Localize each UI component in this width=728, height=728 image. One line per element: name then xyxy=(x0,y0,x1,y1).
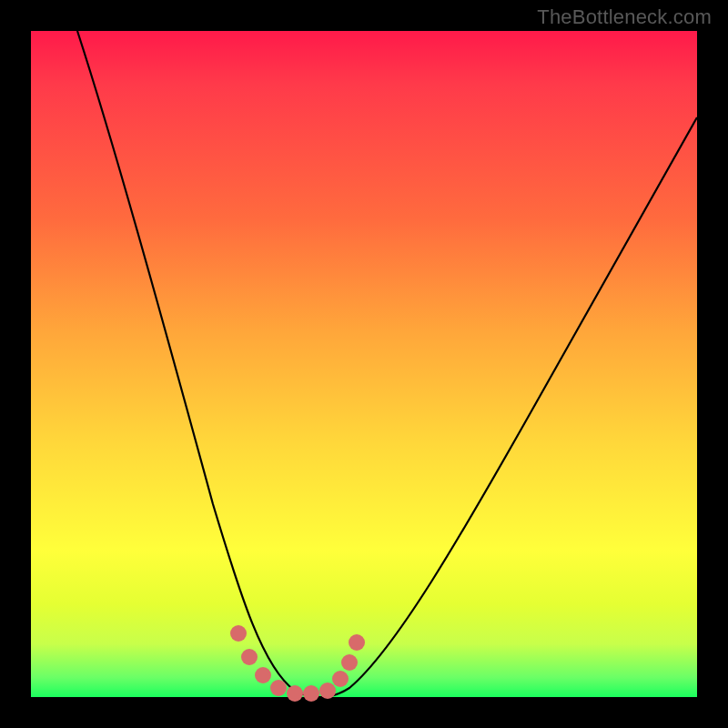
highlight-dot xyxy=(332,671,349,687)
highlight-dot xyxy=(287,685,303,702)
highlight-dot xyxy=(319,682,336,699)
highlight-dot xyxy=(303,685,319,702)
watermark-text: TheBottleneck.com xyxy=(537,5,712,29)
chart-frame: TheBottleneck.com xyxy=(0,0,728,728)
highlight-dot xyxy=(270,680,287,696)
highlight-dot xyxy=(255,667,271,683)
highlight-dot xyxy=(241,649,258,665)
highlight-dot xyxy=(230,625,247,642)
bottleneck-curve-svg xyxy=(31,31,697,697)
highlight-dot xyxy=(349,634,365,651)
bottleneck-curve-path xyxy=(77,31,697,697)
highlight-dot xyxy=(341,654,358,671)
plot-area xyxy=(31,31,697,697)
